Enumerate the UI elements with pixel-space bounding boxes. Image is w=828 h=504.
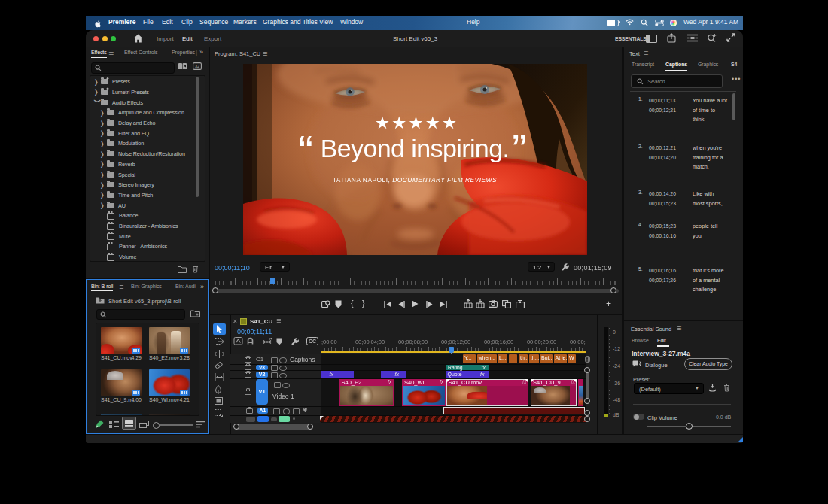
- svg-text:32: 32: [195, 64, 199, 68]
- svg-text:TATIANA NAPOLI, DOCUMENTARY FI: TATIANA NAPOLI, DOCUMENTARY FILM REVIEWS: [333, 176, 497, 184]
- svg-text:“: “: [298, 126, 313, 177]
- svg-text:”: ”: [512, 125, 527, 175]
- svg-text:Beyond inspiring.: Beyond inspiring.: [321, 134, 510, 162]
- svg-text:CC: CC: [309, 339, 316, 344]
